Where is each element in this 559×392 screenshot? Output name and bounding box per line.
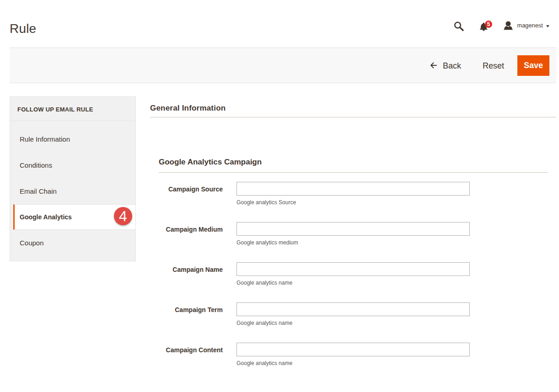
svg-text:5: 5: [487, 21, 490, 27]
svg-text:magenest: magenest: [517, 22, 543, 29]
